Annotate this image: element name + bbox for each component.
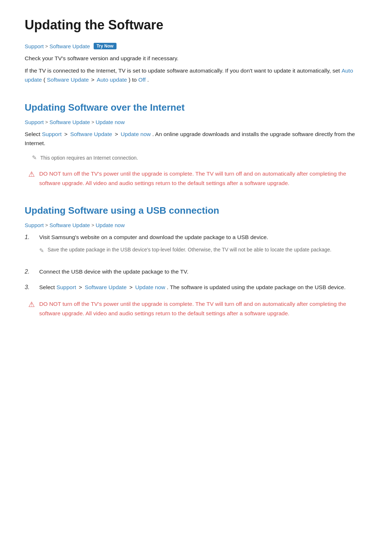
s1-breadcrumb-software-update[interactable]: Software Update [49,119,90,125]
s3-software-update-link[interactable]: Software Update [85,284,126,290]
step-3: Select Support > Software Update > Updat… [25,283,367,292]
s2-breadcrumb-update-now[interactable]: Update now [95,222,124,228]
s1-body-support-link[interactable]: Support [42,131,61,137]
section1-body: Select Support > Software Update > Updat… [25,130,367,148]
intro-inline-sep: > [91,77,94,83]
try-now-badge[interactable]: Try Now [94,43,117,49]
breadcrumb-sep1: > [45,44,48,49]
pencil-icon-step1: ✎ [39,246,44,255]
s1-breadcrumb-sep1: > [45,119,48,125]
s1-body-sep2: > [115,131,118,137]
warning-icon-1: ⚠ [28,170,35,178]
section2-breadcrumb: Support > Software Update > Update now [25,222,367,228]
page-title: Updating the Software [25,17,367,33]
step-2-content: Connect the USB device with the update p… [39,267,367,276]
intro-auto-update-link-2[interactable]: Auto update [97,77,127,83]
intro-text-1: Check your TV's software version and upg… [25,54,367,63]
warning-icon-2: ⚠ [28,300,35,309]
section2-title: Updating Software using a USB connection [25,205,367,216]
breadcrumb-software-update-link[interactable]: Software Update [49,43,90,49]
step-2-text: Connect the USB device with the update p… [39,268,188,275]
s1-body-update-now-link[interactable]: Update now [121,131,151,137]
intro-text-2-prefix: If the TV is connected to the Internet, … [25,67,340,74]
s2-breadcrumb-sep1: > [45,222,48,228]
breadcrumb-support-link[interactable]: Support [25,43,44,49]
s3-sep1: > [79,284,82,290]
step-1-content: Visit Samsung's website on a computer an… [39,233,367,261]
section2-warning-text: DO NOT turn off the TV's power until the… [39,299,367,318]
s1-body-sep1: > [64,131,68,137]
s2-breadcrumb-sep2: > [91,222,94,228]
section2-warning: ⚠ DO NOT turn off the TV's power until t… [28,299,367,318]
s3-suffix: . The software is updated using the upda… [167,284,346,290]
step-2: Connect the USB device with the update p… [25,267,367,276]
s1-body-software-update-link[interactable]: Software Update [70,131,112,137]
step-1: Visit Samsung's website on a computer an… [25,233,367,261]
section1-breadcrumb: Support > Software Update > Update now [25,119,367,125]
s2-breadcrumb-software-update[interactable]: Software Update [49,222,90,228]
pencil-icon: ✎ [32,154,37,161]
s3-support-link[interactable]: Support [56,284,76,290]
intro-paren-open: ( [44,77,45,83]
s2-breadcrumb-support[interactable]: Support [25,222,44,228]
intro-paren-close: ) to [128,77,136,83]
section1-note-text: This option requires an Internet connect… [40,154,138,162]
section1-title: Updating Software over the Internet [25,102,367,113]
s3-update-now-link[interactable]: Update now [135,284,166,290]
section1-warning-text: DO NOT turn off the TV's power until the… [39,169,367,188]
s1-breadcrumb-support[interactable]: Support [25,119,44,125]
s1-breadcrumb-sep2: > [91,119,94,125]
s3-prefix: Select [39,284,55,290]
step-1-note: ✎ Save the update package in the USB dev… [39,246,367,255]
intro-off-link[interactable]: Off [138,77,146,83]
step-3-content: Select Support > Software Update > Updat… [39,283,367,292]
s1-body-prefix: Select [25,131,40,137]
step-1-text: Visit Samsung's website on a computer an… [39,234,268,240]
intro-period: . [147,77,149,83]
section1-warning: ⚠ DO NOT turn off the TV's power until t… [28,169,367,188]
step-1-note-text: Save the update package in the USB devic… [48,246,331,254]
s1-breadcrumb-update-now[interactable]: Update now [95,119,124,125]
intro-software-update-link[interactable]: Software Update [47,77,89,83]
s3-sep2: > [129,284,132,290]
intro-text-2: If the TV is connected to the Internet, … [25,66,367,85]
intro-breadcrumb: Support > Software Update Try Now [25,43,367,49]
section1-note: ✎ This option requires an Internet conne… [32,154,367,162]
steps-list: Visit Samsung's website on a computer an… [25,233,367,292]
